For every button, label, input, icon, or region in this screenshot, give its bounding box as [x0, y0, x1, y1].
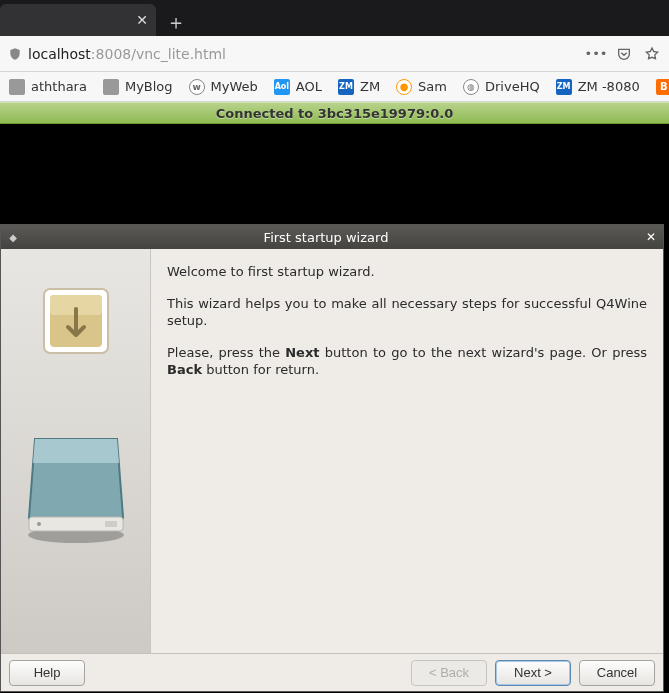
bookmark-favicon: B	[656, 79, 669, 95]
bookmark-favicon: ◍	[463, 79, 479, 95]
bookmark-favicon	[9, 79, 25, 95]
bookmark-favicon: Aol	[274, 79, 290, 95]
bookmark-item[interactable]: ZMZM	[331, 76, 387, 98]
bookmark-label: MyBlog	[125, 79, 173, 94]
vnc-status-bar: Connected to 3bc315e19979:0.0	[0, 102, 669, 124]
bookmark-item[interactable]: ●Sam	[389, 76, 454, 98]
bookmark-label: DriveHQ	[485, 79, 540, 94]
close-tab-icon[interactable]: ✕	[134, 12, 150, 28]
pocket-icon[interactable]	[613, 43, 635, 65]
browser-tab[interactable]: ✕	[0, 4, 156, 36]
wizard-p1: Welcome to first startup wizard.	[167, 263, 647, 281]
wizard-footer: Help < Back Next > Cancel	[1, 653, 663, 691]
bookmark-label: ZM -8080	[578, 79, 640, 94]
bookmark-label: Sam	[418, 79, 447, 94]
next-button[interactable]: Next >	[495, 660, 571, 686]
cancel-button[interactable]: Cancel	[579, 660, 655, 686]
bookmark-item[interactable]: Bbkj's Bo	[649, 76, 669, 98]
bookmark-item[interactable]: ZMZM -8080	[549, 76, 647, 98]
wizard-content: Welcome to first startup wizard. This wi…	[151, 249, 663, 653]
url-rest: :8008/vnc_lite.html	[91, 46, 226, 62]
browser-tab-strip: ✕ ＋	[0, 0, 669, 36]
bookmark-label: ZM	[360, 79, 380, 94]
url-host: localhost	[28, 46, 91, 62]
bookmark-favicon: w	[189, 79, 205, 95]
bookmark-label: aththara	[31, 79, 87, 94]
svg-rect-6	[105, 521, 117, 527]
svg-point-5	[37, 522, 41, 526]
bookmark-star-icon[interactable]	[641, 43, 663, 65]
bookmark-label: MyWeb	[211, 79, 258, 94]
bookmark-label: AOL	[296, 79, 322, 94]
back-button: < Back	[411, 660, 487, 686]
page-actions-icon[interactable]: •••	[585, 43, 607, 65]
bookmark-favicon: ●	[396, 79, 412, 95]
vnc-status-text: Connected to 3bc315e19979:0.0	[216, 106, 454, 121]
url-text[interactable]: localhost:8008/vnc_lite.html	[28, 46, 579, 62]
wizard-titlebar[interactable]: ◆ First startup wizard ✕	[1, 225, 663, 249]
bookmark-item[interactable]: AolAOL	[267, 76, 329, 98]
window-system-icon: ◆	[5, 229, 21, 245]
bookmark-item[interactable]: MyBlog	[96, 76, 180, 98]
wizard-sidebar	[1, 249, 151, 653]
package-icon	[40, 285, 112, 357]
bookmarks-bar: aththaraMyBlogwMyWebAolAOLZMZM●Sam◍Drive…	[0, 72, 669, 102]
bookmark-favicon: ZM	[556, 79, 572, 95]
wizard-p3: Please, press the Next button to go to t…	[167, 344, 647, 379]
drive-icon	[21, 427, 131, 547]
help-button[interactable]: Help	[9, 660, 85, 686]
bookmark-item[interactable]: aththara	[2, 76, 94, 98]
bookmark-favicon	[103, 79, 119, 95]
wizard-p2: This wizard helps you to make all necess…	[167, 295, 647, 330]
bookmark-item[interactable]: wMyWeb	[182, 76, 265, 98]
url-bar: localhost:8008/vnc_lite.html •••	[0, 36, 669, 72]
bookmark-item[interactable]: ◍DriveHQ	[456, 76, 547, 98]
window-close-icon[interactable]: ✕	[643, 229, 659, 245]
tracking-shield-icon[interactable]	[6, 45, 24, 63]
wizard-title: First startup wizard	[27, 230, 625, 245]
new-tab-button[interactable]: ＋	[162, 8, 190, 36]
vnc-canvas[interactable]: Connected to 3bc315e19979:0.0 ◆ First st…	[0, 102, 669, 693]
bookmark-favicon: ZM	[338, 79, 354, 95]
wizard-window: ◆ First startup wizard ✕	[0, 224, 664, 692]
wizard-body: Welcome to first startup wizard. This wi…	[1, 249, 663, 653]
